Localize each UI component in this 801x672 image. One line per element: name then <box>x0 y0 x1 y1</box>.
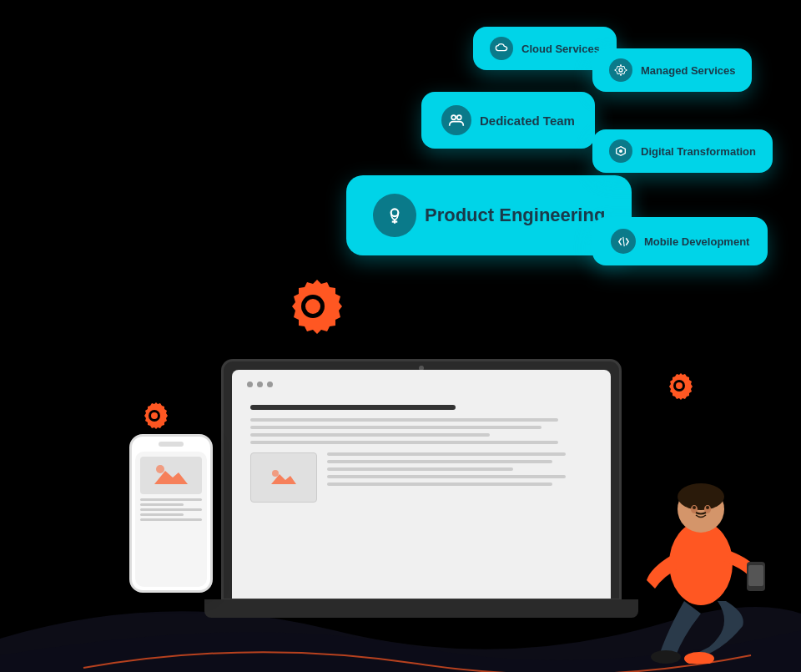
svg-point-30 <box>684 652 714 664</box>
laptop <box>221 359 622 618</box>
svg-point-3 <box>151 412 158 419</box>
laptop-screen <box>232 370 611 599</box>
mobile-development-icon <box>611 229 636 254</box>
mobile-development-label: Mobile Development <box>644 235 749 248</box>
cloud-services-label: Cloud Services <box>521 43 600 55</box>
line-3 <box>250 433 490 437</box>
svg-point-9 <box>451 115 456 119</box>
line-4 <box>250 441 558 444</box>
phone-line-2 <box>140 503 184 506</box>
r-line-2 <box>327 460 552 463</box>
screen-right-lines <box>327 452 592 503</box>
browser-dots <box>247 381 273 387</box>
card-mobile-development[interactable]: Mobile Development <box>592 217 768 265</box>
r-line-4 <box>327 475 566 478</box>
svg-point-20 <box>669 522 733 605</box>
svg-point-22 <box>678 483 724 510</box>
svg-rect-17 <box>150 461 192 490</box>
laptop-base <box>204 599 638 618</box>
phone <box>129 434 213 593</box>
phone-image <box>140 457 202 494</box>
small-gear-right-icon <box>663 371 695 411</box>
svg-point-29 <box>651 650 681 664</box>
screen-nav-bar <box>250 405 456 410</box>
card-dedicated-team[interactable]: Dedicated Team <box>421 92 595 149</box>
svg-point-16 <box>272 470 279 477</box>
product-engineering-icon <box>373 194 416 237</box>
svg-line-13 <box>622 236 623 245</box>
person-illustration <box>626 413 776 664</box>
svg-rect-28 <box>748 565 763 586</box>
cloud-services-icon <box>490 37 513 60</box>
screen-content <box>240 395 602 599</box>
digital-transformation-icon <box>609 139 632 163</box>
screen-text-lines <box>250 418 592 444</box>
svg-point-11 <box>619 68 622 72</box>
phone-line-3 <box>140 508 202 511</box>
line-2 <box>250 426 542 429</box>
r-line-5 <box>327 483 552 486</box>
dot-3 <box>267 381 273 387</box>
phone-line-5 <box>140 518 202 521</box>
phone-line-4 <box>140 513 184 516</box>
svg-point-26 <box>706 506 709 509</box>
managed-services-icon <box>609 58 632 82</box>
card-product-engineering[interactable]: Product Engineering <box>346 175 632 255</box>
svg-point-10 <box>457 115 461 119</box>
phone-screen <box>135 452 207 587</box>
svg-point-19 <box>156 465 164 473</box>
card-managed-services[interactable]: Managed Services <box>592 48 752 92</box>
laptop-body <box>221 359 622 601</box>
svg-point-6 <box>391 209 399 216</box>
dedicated-team-label: Dedicated Team <box>480 114 575 128</box>
card-digital-transformation[interactable]: Digital Transformation <box>592 129 773 173</box>
dot-2 <box>257 381 263 387</box>
phone-line-1 <box>140 498 202 501</box>
phone-notch <box>159 442 184 447</box>
svg-point-25 <box>693 506 696 509</box>
digital-transformation-label: Digital Transformation <box>641 145 756 158</box>
svg-point-12 <box>619 149 622 153</box>
managed-services-label: Managed Services <box>641 64 735 77</box>
dedicated-team-icon <box>441 105 471 135</box>
svg-point-5 <box>676 382 683 389</box>
dot-1 <box>247 381 253 387</box>
svg-rect-14 <box>267 466 300 489</box>
product-engineering-label: Product Engineering <box>425 205 605 226</box>
line-1 <box>250 418 558 422</box>
svg-point-1 <box>305 299 320 314</box>
screen-image-placeholder <box>250 452 317 503</box>
scene: Product Engineering Dedicated Team Cloud… <box>0 0 801 672</box>
r-line-3 <box>327 467 513 471</box>
screen-bottom <box>250 452 592 503</box>
large-gear-icon <box>275 275 350 368</box>
r-line-1 <box>327 452 566 456</box>
